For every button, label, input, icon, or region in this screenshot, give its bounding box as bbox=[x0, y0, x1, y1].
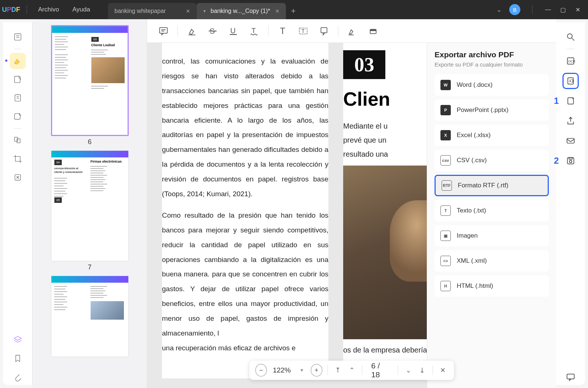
eraser-tool[interactable] bbox=[364, 22, 382, 40]
tab-label: banking whitepapar bbox=[115, 8, 166, 14]
page-badge: 03 bbox=[91, 37, 99, 42]
close-zoombar-button[interactable]: ✕ bbox=[438, 366, 448, 374]
export-word[interactable]: WWord (.docx) bbox=[435, 74, 549, 96]
tab-banking-whitepaper[interactable]: banking whitepapar × bbox=[108, 3, 197, 19]
page-indicator[interactable]: 6 / 18 bbox=[368, 361, 393, 379]
close-icon[interactable]: × bbox=[186, 7, 190, 15]
page-tool[interactable] bbox=[10, 90, 26, 106]
svg-point-27 bbox=[567, 34, 572, 38]
zoom-value: 122% bbox=[271, 366, 293, 374]
export-powerpoint[interactable]: PPowerPoint (.pptx) bbox=[435, 99, 549, 121]
annotation-toolbar: S U T T T bbox=[147, 19, 556, 43]
zoom-in-button[interactable]: + bbox=[311, 364, 322, 377]
export-xml[interactable]: <>XML (.xml) bbox=[435, 250, 549, 272]
body-paragraph: control, las comunicaciones y la evaluac… bbox=[162, 54, 328, 201]
export-excel[interactable]: XExcel (.xlsx) bbox=[435, 125, 549, 146]
app-logo: UPDF bbox=[0, 6, 22, 14]
left-sidebar bbox=[3, 22, 33, 385]
close-icon[interactable]: × bbox=[276, 7, 280, 15]
thumbnail-page-7[interactable]: 04 cerveza Atención al cliente y comunic… bbox=[38, 150, 141, 271]
right-sidebar: OCR 1 2 bbox=[556, 22, 585, 385]
crop-tool[interactable] bbox=[10, 151, 26, 167]
tab-banking-copy[interactable]: ▾ banking w..._Copy (1)* × bbox=[197, 3, 286, 19]
menu-ayuda[interactable]: Ayuda bbox=[66, 6, 97, 13]
organize-tool[interactable] bbox=[10, 132, 26, 149]
export-html[interactable]: HHTML (.html) bbox=[435, 275, 549, 297]
last-page-button[interactable]: ⤓ bbox=[417, 366, 427, 374]
thumbnail-number: 7 bbox=[38, 263, 141, 271]
share-icon[interactable] bbox=[562, 113, 579, 129]
zoom-dropdown[interactable]: ▼ bbox=[297, 368, 307, 373]
page-section-title: Cliente Lealtad bbox=[91, 43, 126, 47]
svg-rect-31 bbox=[568, 78, 573, 84]
highlight-tool[interactable] bbox=[10, 53, 26, 69]
layers-icon[interactable] bbox=[10, 332, 26, 348]
chat-icon[interactable] bbox=[562, 369, 579, 385]
form-tool[interactable] bbox=[10, 108, 26, 125]
callout-tool[interactable] bbox=[315, 22, 333, 40]
page-section-title: Firmas electrónicas bbox=[91, 160, 125, 163]
svg-point-36 bbox=[570, 160, 572, 163]
svg-rect-37 bbox=[569, 157, 572, 159]
export-rtf[interactable]: RTFFormato RTF (.rtf) bbox=[435, 175, 549, 196]
strikethrough-tool[interactable]: S bbox=[204, 22, 222, 40]
flatten-icon[interactable]: 1 bbox=[562, 93, 579, 109]
prev-page-button[interactable]: ⌃ bbox=[347, 366, 357, 374]
export-item-label: Excel (.xlsx) bbox=[457, 132, 491, 139]
close-button[interactable]: ✕ bbox=[574, 6, 581, 13]
chevron-down-icon[interactable]: ⌄ bbox=[496, 6, 502, 14]
avatar[interactable]: B bbox=[509, 4, 520, 15]
svg-rect-4 bbox=[15, 95, 20, 101]
thumbnail-panel: ▬▬▬▬▬▬▬▬▬▬▬▬▬▬▬▬▬▬▬▬▬▬▬▬▬▬▬▬▬▬▬▬▬▬▬▬▬▬▬▬… bbox=[33, 19, 147, 388]
zoom-out-button[interactable]: − bbox=[256, 364, 267, 377]
reader-tool[interactable] bbox=[10, 29, 26, 45]
minimize-button[interactable]: — bbox=[544, 6, 552, 13]
svg-rect-9 bbox=[17, 139, 20, 143]
thumbnail-page-8[interactable]: ▬▬▬▬▬▬▬▬▬▬▬▬▬▬▬▬▬▬▬▬▬▬▬▬▬▬▬▬▬▬▬▬▬▬▬▬▬▬▬▬… bbox=[38, 276, 141, 357]
export-title: Exportar archivo PDF bbox=[435, 50, 549, 59]
export-icon[interactable] bbox=[562, 73, 579, 89]
tab-label: banking w..._Copy (1)* bbox=[211, 8, 270, 14]
svg-rect-38 bbox=[567, 374, 574, 379]
section-badge: 03 bbox=[343, 50, 385, 79]
svg-rect-26 bbox=[370, 29, 376, 31]
export-text[interactable]: TTexto (.txt) bbox=[435, 200, 549, 221]
svg-rect-0 bbox=[14, 34, 21, 40]
export-item-label: XML (.xml) bbox=[457, 257, 487, 265]
first-page-button[interactable]: ⤒ bbox=[333, 366, 343, 374]
save-icon[interactable]: 2 bbox=[562, 153, 579, 169]
svg-text:U: U bbox=[230, 26, 236, 34]
text-tool[interactable]: T bbox=[274, 22, 291, 40]
squiggly-tool[interactable]: T bbox=[245, 22, 263, 40]
edit-tool[interactable] bbox=[10, 71, 26, 88]
highlighter-tool[interactable] bbox=[183, 22, 201, 40]
export-item-label: Word (.docx) bbox=[457, 81, 493, 89]
callout-number: 2 bbox=[554, 156, 559, 166]
bookmark-icon[interactable] bbox=[10, 350, 26, 367]
pencil-tool[interactable] bbox=[344, 22, 361, 40]
svg-line-28 bbox=[572, 38, 574, 41]
export-item-label: Imagen bbox=[457, 232, 478, 239]
comment-tool[interactable] bbox=[155, 22, 172, 40]
compress-tool[interactable] bbox=[10, 169, 26, 186]
svg-text:T: T bbox=[251, 26, 256, 34]
ocr-icon[interactable]: OCR bbox=[562, 53, 579, 69]
thumbnail-number: 6 bbox=[38, 138, 141, 146]
search-icon[interactable] bbox=[562, 29, 579, 45]
svg-text:T: T bbox=[280, 26, 285, 36]
thumbnail-page-6[interactable]: ▬▬▬▬▬▬▬▬▬▬▬▬▬▬▬▬▬▬▬▬▬▬▬▬▬▬▬▬▬▬▬▬▬▬▬▬▬▬▬▬… bbox=[38, 25, 141, 146]
svg-rect-34 bbox=[567, 139, 574, 143]
zoom-bar: − 122% ▼ + ⤒ ⌃ 6 / 18 ⌄ ⤓ ✕ bbox=[250, 361, 454, 380]
svg-rect-23 bbox=[321, 27, 327, 33]
underline-tool[interactable]: U bbox=[224, 22, 242, 40]
textbox-tool[interactable]: T bbox=[294, 22, 312, 40]
next-page-button[interactable]: ⌄ bbox=[403, 366, 413, 374]
maximize-button[interactable]: ▢ bbox=[559, 6, 567, 13]
attachment-icon[interactable] bbox=[10, 369, 26, 385]
export-image[interactable]: ▣Imagen bbox=[435, 225, 549, 246]
add-tab-button[interactable]: + bbox=[286, 3, 301, 19]
email-icon[interactable] bbox=[562, 133, 579, 149]
export-csv[interactable]: csvCSV (.csv) bbox=[435, 150, 549, 171]
export-item-label: CSV (.csv) bbox=[457, 157, 487, 164]
menu-archivo[interactable]: Archivo bbox=[31, 6, 66, 13]
